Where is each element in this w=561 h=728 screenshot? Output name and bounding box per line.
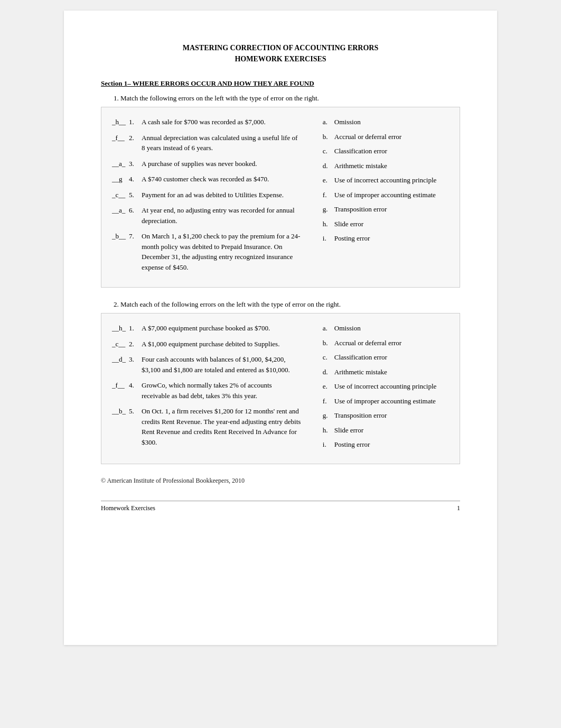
- q2-left-col: __h_ 1. A $7,000 equipment purchase book…: [112, 323, 302, 454]
- item-letter: a.: [323, 323, 334, 334]
- list-item: h. Slide error: [323, 219, 449, 229]
- item-letter: b.: [323, 132, 334, 142]
- list-item: f. Use of improper accounting estimate: [323, 396, 449, 407]
- list-item: b. Accrual or deferral error: [323, 338, 449, 348]
- list-item: _f__ 4. GrowCo, which normally takes 2% …: [112, 380, 302, 401]
- list-item: e. Use of incorrect accounting principle: [323, 175, 449, 186]
- item-text: Use of incorrect accounting principle: [334, 381, 449, 392]
- footer-left-label: Homework Exercises: [101, 504, 155, 512]
- answer-blank: _c__: [112, 339, 127, 349]
- list-item: d. Arithmetic mistake: [323, 367, 449, 377]
- list-item: i. Posting error: [323, 233, 449, 244]
- answer-blank: _h__: [112, 117, 127, 127]
- answer-blank: _c__: [112, 190, 127, 200]
- list-item: f. Use of improper accounting estimate: [323, 190, 449, 200]
- item-text: On March 1, a $1,200 check to pay the pr…: [142, 231, 302, 272]
- item-letter: a.: [323, 117, 334, 127]
- list-item: c. Classification error: [323, 352, 449, 363]
- item-text: Accrual or deferral error: [334, 338, 449, 348]
- item-text: Omission: [334, 117, 449, 127]
- list-item: _c__ 2. A $1,000 equipment purchase debi…: [112, 339, 302, 349]
- item-text: Annual depreciation was calculated using…: [142, 133, 302, 153]
- answer-blank: __a_: [112, 159, 127, 169]
- answer-blank: __d_: [112, 354, 127, 365]
- item-text: A cash sale for $700 was recorded as $7,…: [142, 117, 302, 127]
- section-heading: Section 1– WHERE ERRORS OCCUR AND HOW TH…: [101, 79, 460, 88]
- item-text: Use of incorrect accounting principle: [334, 175, 449, 186]
- item-number: 6.: [129, 205, 139, 216]
- item-letter: e.: [323, 175, 334, 186]
- item-number: 4.: [129, 380, 139, 391]
- item-letter: f.: [323, 396, 334, 407]
- item-number: 1.: [129, 323, 139, 334]
- item-number: 4.: [129, 174, 139, 185]
- item-text: Transposition error: [334, 204, 449, 215]
- item-letter: i.: [323, 233, 334, 244]
- list-item: __b_ 5. On Oct. 1, a firm receives $1,20…: [112, 406, 302, 447]
- q2-exercise-box: __h_ 1. A $7,000 equipment purchase book…: [101, 313, 460, 464]
- list-item: _c__ 5. Payment for an ad was debited to…: [112, 190, 302, 200]
- item-text: At year end, no adjusting entry was reco…: [142, 205, 302, 226]
- answer-blank: __h_: [112, 323, 127, 334]
- item-letter: c.: [323, 146, 334, 156]
- item-letter: h.: [323, 425, 334, 436]
- list-item: h. Slide error: [323, 425, 449, 436]
- list-item: _h__ 1. A cash sale for $700 was recorde…: [112, 117, 302, 127]
- item-text: Omission: [334, 323, 449, 334]
- item-text: Posting error: [334, 233, 449, 244]
- list-item: a. Omission: [323, 117, 449, 127]
- q1-right-col: a. Omission b. Accrual or deferral error…: [317, 117, 449, 278]
- list-item: __g 4. A $740 customer check was recorde…: [112, 174, 302, 185]
- page: MASTERING CORRECTION OF ACCOUNTING ERROR…: [64, 11, 497, 645]
- list-item: b. Accrual or deferral error: [323, 132, 449, 142]
- list-item: e. Use of incorrect accounting principle: [323, 381, 449, 392]
- answer-blank: __g: [112, 174, 127, 185]
- list-item: d. Arithmetic mistake: [323, 161, 449, 171]
- item-text: Arithmetic mistake: [334, 367, 449, 377]
- page-title: MASTERING CORRECTION OF ACCOUNTING ERROR…: [101, 42, 460, 64]
- item-number: 5.: [129, 406, 139, 417]
- footer-page-number: 1: [457, 504, 460, 512]
- item-text: Slide error: [334, 425, 449, 436]
- item-number: 3.: [129, 354, 139, 365]
- item-letter: i.: [323, 439, 334, 450]
- list-item: i. Posting error: [323, 439, 449, 450]
- item-text: Posting error: [334, 439, 449, 450]
- item-number: 3.: [129, 159, 139, 169]
- item-letter: h.: [323, 219, 334, 229]
- item-letter: f.: [323, 190, 334, 200]
- item-number: 7.: [129, 231, 139, 242]
- item-text: A $1,000 equipment purchase debited to S…: [142, 339, 302, 349]
- item-text: Accrual or deferral error: [334, 132, 449, 142]
- item-letter: e.: [323, 381, 334, 392]
- item-letter: d.: [323, 161, 334, 171]
- list-item: a. Omission: [323, 323, 449, 334]
- item-text: Classification error: [334, 146, 449, 156]
- item-letter: g.: [323, 410, 334, 421]
- answer-blank: _f__: [112, 133, 127, 143]
- list-item: g. Transposition error: [323, 410, 449, 421]
- answer-blank: _f__: [112, 380, 127, 391]
- item-text: A $740 customer check was recorded as $4…: [142, 174, 302, 185]
- q2-right-col: a. Omission b. Accrual or deferral error…: [317, 323, 449, 454]
- list-item: __a_ 6. At year end, no adjusting entry …: [112, 205, 302, 226]
- item-text: Classification error: [334, 352, 449, 363]
- item-number: 5.: [129, 190, 139, 200]
- answer-blank: _b__: [112, 231, 127, 242]
- item-text: Arithmetic mistake: [334, 161, 449, 171]
- item-letter: g.: [323, 204, 334, 215]
- list-item: g. Transposition error: [323, 204, 449, 215]
- copyright: © American Institute of Professional Boo…: [101, 477, 460, 485]
- list-item: _f__ 2. Annual depreciation was calculat…: [112, 133, 302, 153]
- q1-intro: 1. Match the following errors on the lef…: [114, 94, 319, 103]
- item-text: A purchase of supplies was never booked.: [142, 159, 302, 169]
- list-item: __h_ 1. A $7,000 equipment purchase book…: [112, 323, 302, 334]
- item-letter: d.: [323, 367, 334, 377]
- list-item: _b__ 7. On March 1, a $1,200 check to pa…: [112, 231, 302, 272]
- item-number: 2.: [129, 339, 139, 349]
- q1-left-col: _h__ 1. A cash sale for $700 was recorde…: [112, 117, 302, 278]
- item-text: Four cash accounts with balances of $1,0…: [142, 354, 302, 375]
- list-item: c. Classification error: [323, 146, 449, 156]
- item-number: 2.: [129, 133, 139, 143]
- item-text: Use of improper accounting estimate: [334, 190, 449, 200]
